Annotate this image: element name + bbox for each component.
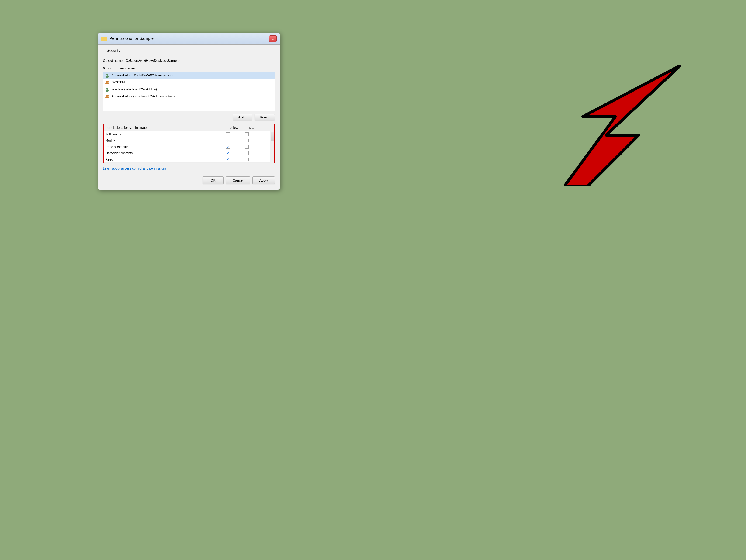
group-label: Group or user names: [103, 66, 275, 70]
checkbox-modify-deny[interactable] [245, 139, 249, 142]
tab-security[interactable]: Security [102, 47, 125, 54]
checkbox-list-folder-deny[interactable] [245, 151, 249, 155]
perm-row-full-control: Full control [104, 131, 270, 138]
svg-point-15 [107, 96, 109, 98]
user-icon-single-wikihow [105, 87, 110, 92]
permissions-header: Permissions for Administrator Allow D... [104, 124, 274, 131]
close-button[interactable]: ✕ [269, 35, 277, 42]
user-name-wikihow: wikiHow (wikiHow-PC\wikiHow) [111, 87, 157, 91]
svg-point-6 [106, 81, 107, 82]
perm-label-read: Read [105, 157, 226, 161]
svg-point-14 [107, 95, 109, 96]
users-list[interactable]: Administrator (WIKIHOW-PC\Administrator)… [103, 71, 275, 111]
perm-row-modify: Modify [104, 138, 270, 144]
object-name-label: Object name: [103, 58, 123, 62]
perms-with-scroll: Full control Modify Read & execute [104, 131, 274, 163]
object-name-value: C:\Users\wikiHow\Desktop\Sample [125, 58, 179, 62]
checkbox-full-control-allow[interactable] [226, 132, 230, 136]
svg-point-8 [107, 81, 109, 82]
svg-point-11 [106, 89, 109, 92]
checkbox-read-allow[interactable]: ✔ [226, 157, 230, 161]
checkbox-full-control-deny[interactable] [245, 132, 249, 136]
user-item-system[interactable]: SYSTEM [103, 79, 275, 86]
permissions-dialog: Permissions for Sample ✕ Security Object… [98, 33, 280, 190]
tab-area: Security [98, 45, 280, 54]
permissions-title: Permissions for Administrator [105, 126, 230, 129]
deny-header: D... [249, 126, 268, 129]
perm-label-full-control: Full control [105, 132, 226, 136]
object-name-row: Object name: C:\Users\wikiHow\Desktop\Sa… [103, 58, 275, 62]
add-remove-row: Add... Rem... [103, 114, 275, 120]
apply-button[interactable]: Apply [253, 176, 275, 184]
checkbox-read-execute-deny[interactable] [245, 145, 249, 149]
perm-label-modify: Modify [105, 139, 226, 142]
perm-label-read-execute: Read & execute [105, 145, 226, 149]
checkbox-read-deny[interactable] [245, 157, 249, 161]
svg-marker-0 [564, 65, 681, 186]
cancel-button[interactable]: Cancel [226, 176, 250, 184]
allow-header: Allow [230, 126, 249, 129]
perm-row-read-execute: Read & execute ✔ [104, 144, 270, 150]
user-item-wikihow[interactable]: wikiHow (wikiHow-PC\wikiHow) [103, 86, 275, 93]
red-arrow [564, 65, 681, 186]
user-name-administrator: Administrator (WIKIHOW-PC\Administrator) [111, 73, 174, 77]
permissions-section: Permissions for Administrator Allow D...… [103, 124, 275, 164]
dialog-title: Permissions for Sample [109, 36, 154, 41]
remove-button[interactable]: Rem... [255, 114, 275, 120]
scroll-thumb[interactable] [271, 132, 274, 141]
user-name-administrators: Administrators (wikiHow-PC\Administrator… [111, 94, 175, 98]
checkbox-modify-allow[interactable] [226, 139, 230, 142]
folder-icon [101, 36, 108, 41]
svg-point-10 [106, 88, 108, 89]
dialog-content: Object name: C:\Users\wikiHow\Desktop\Sa… [98, 54, 280, 190]
user-name-system: SYSTEM [111, 80, 125, 84]
add-button[interactable]: Add... [233, 114, 252, 120]
title-bar-left: Permissions for Sample [101, 36, 154, 41]
user-item-administrator[interactable]: Administrator (WIKIHOW-PC\Administrator) [103, 72, 275, 79]
svg-rect-3 [101, 37, 108, 41]
user-icon-single [105, 73, 110, 78]
user-icon-group-system [105, 80, 110, 85]
user-item-administrators[interactable]: Administrators (wikiHow-PC\Administrator… [103, 93, 275, 100]
svg-point-9 [107, 83, 109, 84]
checkbox-read-execute-allow[interactable]: ✔ [226, 145, 230, 149]
svg-point-5 [106, 76, 109, 78]
scroll-track[interactable] [270, 131, 274, 163]
title-bar: Permissions for Sample ✕ [98, 33, 280, 45]
perm-row-list-folder: List folder contents ✔ [104, 150, 270, 156]
scroll-placeholder [268, 126, 272, 129]
bottom-buttons: OK Cancel Apply [103, 174, 275, 185]
svg-point-12 [106, 95, 107, 96]
user-icon-group-admins [105, 94, 110, 98]
checkbox-list-folder-allow[interactable]: ✔ [226, 151, 230, 155]
perm-label-list-folder: List folder contents [105, 151, 226, 155]
perms-list: Full control Modify Read & execute [104, 131, 270, 163]
svg-point-4 [106, 73, 108, 76]
scene: Permissions for Sample ✕ Security Object… [0, 0, 746, 560]
ok-button[interactable]: OK [203, 176, 224, 184]
learn-link[interactable]: Learn about access control and permissio… [103, 167, 275, 170]
perm-row-read: Read ✔ [104, 156, 270, 163]
